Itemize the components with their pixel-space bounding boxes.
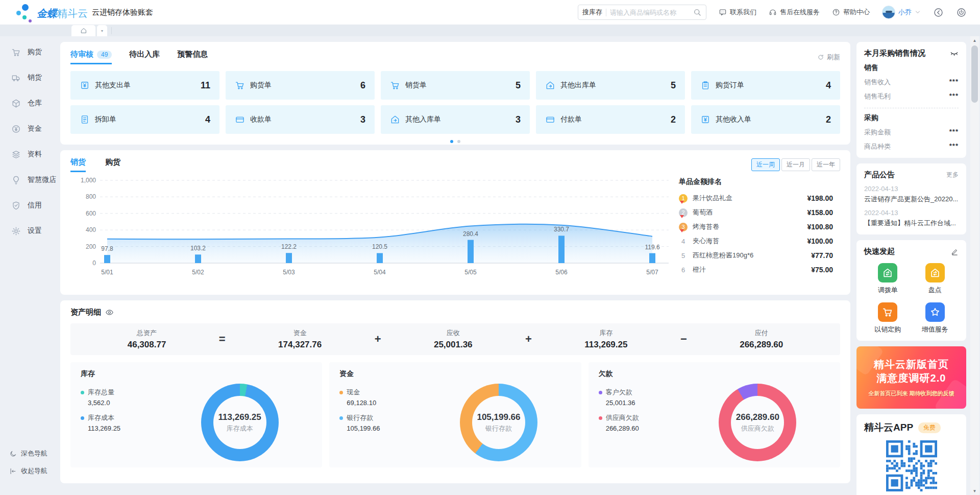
ranking-row[interactable]: 2葡萄酒¥158.00: [679, 208, 833, 217]
eye-closed-icon[interactable]: [950, 49, 959, 58]
brand-logo[interactable]: 金蝶精斗云: [8, 0, 85, 25]
search-input[interactable]: [610, 9, 689, 16]
home-tab[interactable]: [71, 25, 95, 36]
contact-us-link[interactable]: 联系我们: [719, 8, 756, 17]
summary-row: 销售收入***: [864, 78, 959, 87]
scroll-up-arrow[interactable]: ▲: [970, 36, 979, 44]
sidebar-item-smart-shop[interactable]: 智慧微店: [0, 167, 57, 193]
eye-icon[interactable]: [105, 308, 114, 317]
todo-card-count: 4: [205, 114, 210, 125]
ranking-row[interactable]: 4夹心海苔¥100.00: [679, 237, 833, 246]
ranking-row[interactable]: 6橙汁¥75.00: [679, 265, 833, 274]
todo-panel: 待审核49 待出入库 预警信息 刷新 其他支出单11 购货单6 销货单5 其他出…: [60, 42, 850, 145]
tab-purchase-trend[interactable]: 购货: [105, 157, 120, 172]
clipboard-icon: [700, 80, 710, 90]
inventory-search[interactable]: 搜库存: [578, 5, 706, 20]
tab-pending-audit[interactable]: 待审核49: [70, 50, 112, 64]
todo-card-count: 2: [826, 114, 831, 125]
sidebar-item-warehouse[interactable]: 仓库: [0, 90, 57, 116]
announcement-item[interactable]: 2022-04-13【重要通知】精斗云工作台域...: [864, 209, 959, 228]
rank-number: 5: [679, 251, 688, 260]
todo-card-receipt[interactable]: 收款单3: [226, 105, 375, 134]
svg-text:400: 400: [86, 226, 96, 233]
scroll-down-arrow[interactable]: ▼: [970, 487, 979, 495]
todo-card-sales-order[interactable]: 销货单5: [381, 71, 530, 100]
survey-banner[interactable]: 精斗云新版首页 满意度调研2.0 全新首页已到来 期待收到您的反馈: [856, 346, 966, 409]
tab-dropdown-button[interactable]: ▼: [97, 25, 107, 36]
inventory-donut-card: 库存 库存总量3,562.0 库存成本113,269.25 113,269.25…: [70, 362, 322, 467]
sidebar-item-data[interactable]: 资料: [0, 142, 57, 167]
sidebar-item-settings[interactable]: 设置: [0, 218, 57, 244]
todo-card-purchase-order[interactable]: 购货单6: [226, 71, 375, 100]
search-scope-label[interactable]: 搜库存: [582, 8, 602, 17]
formula-receivable: 应收25,001.36: [434, 328, 473, 350]
tab-sales-trend[interactable]: 销货: [70, 157, 86, 172]
todo-card-other-inbound[interactable]: 其他入库单3: [381, 105, 530, 134]
quick-action-value-added[interactable]: 增值服务: [922, 302, 948, 334]
todo-card-label: 其他入库单: [405, 115, 441, 124]
donut-card-title: 库存: [81, 369, 312, 379]
quick-action-sell-to-buy[interactable]: 以销定购: [874, 302, 901, 334]
gear-icon: [11, 226, 21, 236]
legend-item: 库存总量3,562.0: [81, 388, 167, 407]
todo-card-other-income[interactable]: 其他收入单2: [691, 105, 840, 134]
bronze-medal-icon: 3: [679, 223, 688, 231]
help-center-link[interactable]: 帮助中心: [832, 8, 870, 17]
user-menu[interactable]: 小乔: [882, 6, 921, 19]
edit-pencil-icon[interactable]: [951, 248, 959, 255]
announcements-title: 产品公告: [864, 170, 895, 180]
banner-subline: 全新首页已到来 期待收到您的反馈: [856, 390, 966, 397]
legend-item: 客户欠款25,001.36: [599, 388, 685, 407]
range-week-button[interactable]: 近一周: [751, 158, 780, 171]
quick-action-stocktake[interactable]: 盘点: [925, 263, 945, 295]
banner-line2: 满意度调研2.0: [856, 371, 966, 385]
todo-card-count: 5: [671, 80, 676, 91]
todo-card-label: 付款单: [560, 115, 582, 124]
tab-alerts[interactable]: 预警信息: [177, 50, 208, 64]
range-month-button[interactable]: 近一月: [781, 158, 810, 171]
refresh-button[interactable]: 刷新: [817, 53, 840, 62]
carousel-dot-2[interactable]: [457, 140, 460, 143]
sidebar-item-credit[interactable]: 信用: [0, 193, 57, 218]
sidebar-item-purchase[interactable]: 购货: [0, 39, 57, 65]
quick-action-transfer[interactable]: 调拨单: [878, 263, 898, 295]
more-link[interactable]: 更多: [946, 171, 959, 179]
page-scrollbar[interactable]: ▲ ▼: [970, 36, 979, 495]
svg-text:600: 600: [86, 210, 96, 217]
after-sales-service-link[interactable]: 售后在线服务: [769, 8, 820, 17]
ranking-row[interactable]: 1果汁饮品礼盒¥198.00: [679, 194, 833, 203]
todo-card-label: 购货订单: [716, 81, 744, 90]
range-year-button[interactable]: 近一年: [812, 158, 840, 171]
sidebar-item-sales[interactable]: 销货: [0, 65, 57, 90]
logout-button[interactable]: [956, 7, 967, 18]
ranking-row[interactable]: 5西红柿意粉酱190g*6¥77.70: [679, 251, 833, 260]
ranking-name: 夹心海苔: [693, 237, 719, 246]
carousel-dot-1[interactable]: [450, 140, 453, 143]
todo-card-other-outbound[interactable]: 其他出库单5: [536, 71, 685, 100]
todo-card-disassembly[interactable]: 拆卸单4: [70, 105, 219, 134]
wallet-icon: [235, 114, 245, 125]
todo-card-label: 拆卸单: [95, 115, 116, 124]
legend-dot: [81, 391, 84, 394]
ranking-row[interactable]: 3烤海苔卷¥100.80: [679, 222, 833, 231]
todo-card-other-expense[interactable]: 其他支出单11: [70, 71, 219, 100]
collapse-nav-button[interactable]: 收起导航: [0, 466, 57, 476]
ranking-name: 果汁饮品礼盒: [693, 194, 732, 203]
shield-icon: [11, 201, 21, 210]
transfer-icon: [878, 263, 897, 282]
search-icon[interactable]: [693, 8, 702, 17]
dark-nav-toggle[interactable]: 深色导航: [0, 449, 57, 458]
sidebar-item-label: 购货: [28, 48, 42, 57]
rank-number: 4: [679, 237, 688, 246]
tab-pending-stock[interactable]: 待出入库: [129, 50, 160, 64]
scrollbar-thumb[interactable]: [971, 45, 978, 103]
operator-minus: −: [680, 333, 687, 346]
announcement-item[interactable]: 2022-04-13云进销存产品更新公告_20220...: [864, 185, 959, 204]
todo-card-purchase-request[interactable]: 购货订单4: [691, 71, 840, 100]
sidebar-item-funds[interactable]: 资金: [0, 116, 57, 142]
warehouse-out-icon: [545, 80, 555, 90]
app-title: 精斗云APP: [864, 421, 913, 434]
collapse-nav-label: 收起导航: [21, 466, 47, 476]
todo-card-payment[interactable]: 付款单2: [536, 105, 685, 134]
back-button[interactable]: [933, 7, 944, 18]
